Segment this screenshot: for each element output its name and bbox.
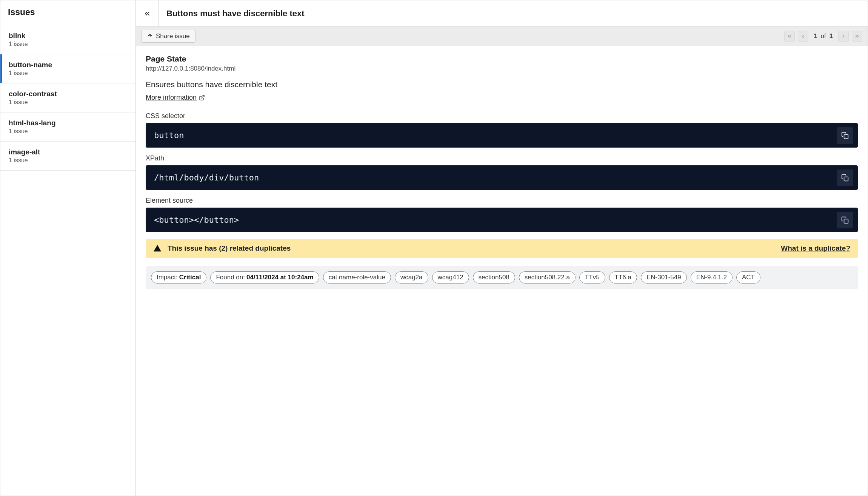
issue-row-html-has-lang[interactable]: html-has-lang 1 issue — [0, 112, 135, 142]
more-info-label: More information — [146, 94, 197, 102]
copy-css-button[interactable] — [837, 127, 853, 144]
issue-row-color-contrast[interactable]: color-contrast 1 issue — [0, 83, 135, 112]
pager-first-button[interactable] — [784, 31, 795, 42]
issue-count: 1 issue — [9, 157, 127, 164]
copy-source-button[interactable] — [837, 212, 853, 228]
issue-count: 1 issue — [9, 99, 127, 106]
toolbar: Share issue 1 of 1 — [136, 27, 868, 46]
duplicate-message: This issue has (2) related duplicates — [168, 244, 291, 253]
css-selector-value: button — [154, 131, 184, 140]
issue-list: blink 1 issue button-name 1 issue color-… — [0, 25, 135, 171]
share-label: Share issue — [156, 32, 190, 40]
xpath-code: /html/body/div/button — [146, 165, 858, 190]
tags-area: Impact: Critical Found on: 04/11/2024 at… — [146, 266, 858, 289]
svg-rect-1 — [844, 134, 848, 139]
tag-pill: section508.22.a — [519, 271, 576, 283]
tag-pill: wcag2a — [395, 271, 428, 283]
tag-pill: section508 — [473, 271, 515, 283]
chevron-right-icon — [841, 34, 846, 39]
element-source-label: Element source — [146, 197, 858, 205]
chevron-double-left-icon — [143, 10, 151, 17]
copy-icon — [841, 216, 849, 224]
app-root: Issues blink 1 issue button-name 1 issue… — [0, 0, 868, 496]
tag-pill: cat.name-role-value — [323, 271, 391, 283]
element-source-value: <button></button> — [154, 215, 239, 225]
page-state-heading: Page State — [146, 54, 858, 63]
copy-icon — [841, 132, 849, 139]
impact-value: Critical — [179, 274, 201, 281]
issue-row-blink[interactable]: blink 1 issue — [0, 25, 135, 54]
xpath-value: /html/body/div/button — [154, 173, 259, 182]
issue-name: blink — [9, 32, 127, 40]
issue-name: button-name — [9, 61, 127, 69]
found-on-tag: Found on: 04/11/2024 at 10:24am — [210, 271, 319, 283]
duplicate-banner-left: This issue has (2) related duplicates — [153, 244, 291, 253]
sidebar-header: Issues — [0, 0, 135, 25]
tag-pill: TTv5 — [579, 271, 605, 283]
pager-next-button[interactable] — [838, 31, 849, 42]
issue-count: 1 issue — [9, 70, 127, 77]
main: Buttons must have discernible text Share… — [136, 0, 868, 496]
duplicate-banner: This issue has (2) related duplicates Wh… — [146, 239, 858, 258]
tag-pill: EN-301-549 — [641, 271, 687, 283]
share-icon — [147, 33, 153, 39]
svg-rect-3 — [844, 219, 848, 223]
css-selector-code: button — [146, 123, 858, 148]
pager-prev-button[interactable] — [798, 31, 808, 42]
page-state-url: http://127.0.0.1:8080/index.html — [146, 65, 858, 72]
issue-name: image-alt — [9, 148, 127, 156]
pager-text: 1 of 1 — [811, 32, 835, 40]
tag-pill: TT6.a — [609, 271, 637, 283]
copy-xpath-button[interactable] — [837, 169, 853, 186]
chevron-left-icon — [800, 34, 806, 39]
xpath-label: XPath — [146, 154, 858, 162]
issue-description: Ensures buttons have discernible text — [146, 80, 858, 89]
issue-row-image-alt[interactable]: image-alt 1 issue — [0, 142, 135, 171]
titlebar: Buttons must have discernible text — [136, 0, 868, 27]
issue-count: 1 issue — [9, 41, 127, 48]
page-title: Buttons must have discernible text — [166, 9, 305, 18]
chevron-double-right-icon — [854, 34, 860, 39]
tag-pill: EN-9.4.1.2 — [691, 271, 733, 283]
pager-total: 1 — [830, 32, 833, 40]
issue-count: 1 issue — [9, 128, 127, 135]
more-information-link[interactable]: More information — [146, 94, 205, 102]
impact-label: Impact: — [157, 274, 178, 281]
css-selector-label: CSS selector — [146, 112, 858, 120]
pager: 1 of 1 — [784, 31, 862, 42]
svg-rect-2 — [844, 177, 848, 181]
element-source-code: <button></button> — [146, 208, 858, 232]
issue-name: color-contrast — [9, 90, 127, 98]
sidebar: Issues blink 1 issue button-name 1 issue… — [0, 0, 136, 496]
svg-line-0 — [202, 96, 204, 98]
external-link-icon — [199, 95, 205, 101]
issue-name: html-has-lang — [9, 119, 127, 127]
found-on-label: Found on: — [216, 274, 245, 281]
pager-current: 1 — [814, 32, 817, 40]
impact-tag: Impact: Critical — [151, 271, 206, 283]
content: Page State http://127.0.0.1:8080/index.h… — [136, 46, 868, 496]
duplicate-help-link[interactable]: What is a duplicate? — [781, 244, 850, 253]
pager-of: of — [821, 32, 826, 40]
warning-icon — [153, 244, 162, 253]
sidebar-title: Issues — [8, 7, 128, 17]
issue-row-button-name[interactable]: button-name 1 issue — [0, 54, 135, 83]
back-button[interactable] — [136, 0, 159, 26]
pager-last-button[interactable] — [852, 31, 862, 42]
share-issue-button[interactable]: Share issue — [141, 30, 195, 43]
copy-icon — [841, 174, 849, 182]
tag-pill: ACT — [736, 271, 760, 283]
chevron-double-left-icon — [787, 34, 792, 39]
page-title-cell: Buttons must have discernible text — [159, 0, 312, 26]
tag-pill: wcag412 — [432, 271, 469, 283]
found-on-value: 04/11/2024 at 10:24am — [246, 274, 314, 281]
